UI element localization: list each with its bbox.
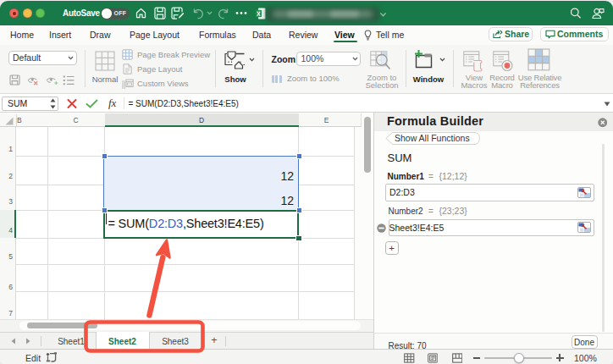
svg-text:Show All Functions: Show All Functions bbox=[395, 133, 470, 143]
